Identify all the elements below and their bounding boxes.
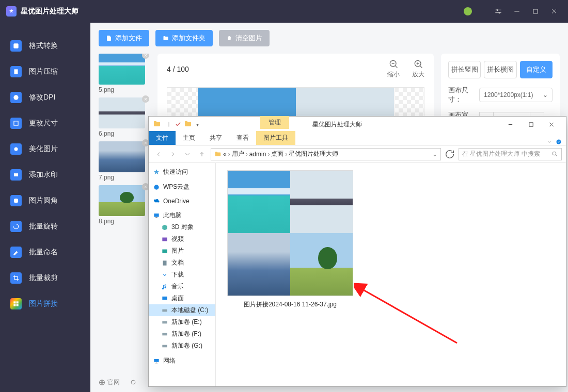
sidebar-label: 美化图片: [29, 144, 58, 154]
tree-videos[interactable]: 视频: [149, 233, 215, 245]
help-icon[interactable]: ?: [556, 139, 562, 145]
svg-rect-27: [162, 296, 167, 299]
sidebar-item-compress[interactable]: 图片压缩: [0, 59, 90, 85]
sidebar-item-format[interactable]: 格式转换: [0, 33, 90, 59]
sidebar-item-rotate[interactable]: 批量旋转: [0, 214, 90, 239]
svg-rect-10: [17, 301, 19, 303]
explorer-addressbar: «› 用户› admin› 桌面› 星优图片处理大师 ⌄ 在 星优图片处理大师 …: [149, 145, 566, 163]
thumbnail-item[interactable]: ×6.png: [99, 97, 150, 137]
tree-wps[interactable]: WPS云盘: [149, 181, 215, 193]
address-input[interactable]: «› 用户› admin› 桌面› 星优图片处理大师 ⌄: [211, 148, 441, 160]
menu-view[interactable]: 查看: [229, 131, 256, 145]
tree-quickaccess[interactable]: 快速访问: [149, 166, 215, 178]
svg-rect-23: [155, 217, 157, 217]
explorer-close[interactable]: [541, 117, 562, 132]
svg-rect-29: [162, 321, 167, 323]
sidebar-label: 批量命名: [29, 248, 58, 257]
explorer-tree: 快速访问 WPS云盘 OneDrive 此电脑 3D 对象 视频 图片 文档 下…: [149, 163, 216, 386]
menu-picture-tools[interactable]: 图片工具: [256, 131, 295, 145]
tree-drive-c[interactable]: 本地磁盘 (C:): [149, 304, 215, 316]
sidebar-label: 图片压缩: [29, 67, 58, 76]
tree-desktop[interactable]: 桌面: [149, 292, 215, 304]
explorer-files[interactable]: 图片拼接2024-08-16 11-26-37.jpg: [216, 163, 566, 386]
svg-point-6: [14, 148, 18, 151]
zoom-out-button[interactable]: 缩小: [387, 59, 400, 79]
tree-onedrive[interactable]: OneDrive: [149, 196, 215, 206]
file-thumbnail: [227, 170, 353, 296]
sidebar-item-dpi[interactable]: 修改DPI: [0, 85, 90, 110]
image-count: 4 / 100: [167, 65, 189, 73]
thumbnail-item[interactable]: ×8.png: [99, 185, 150, 225]
chevron-down-icon[interactable]: ⌄: [432, 151, 437, 158]
tree-drive-f[interactable]: 新加卷 (F:): [149, 328, 215, 340]
svg-point-4: [13, 95, 18, 100]
svg-rect-25: [162, 249, 167, 253]
sidebar-item-radius[interactable]: 图片圆角: [0, 188, 90, 214]
thumbnail-list: ×5.png ×6.png ×7.png ×8.png: [99, 54, 150, 365]
menu-home[interactable]: 主页: [176, 131, 202, 145]
nav-up[interactable]: [196, 149, 208, 160]
explorer-maximize[interactable]: [520, 117, 541, 132]
add-folder-button[interactable]: 添加文件夹: [155, 30, 213, 46]
zoom-in-button[interactable]: 放大: [412, 59, 424, 79]
user-avatar[interactable]: [464, 7, 472, 15]
svg-rect-28: [162, 309, 167, 312]
svg-rect-24: [162, 237, 167, 241]
clear-button[interactable]: 清空图片: [219, 30, 270, 46]
svg-rect-5: [14, 121, 18, 125]
explorer-menubar: 文件 主页 共享 查看 图片工具 ?: [149, 132, 566, 145]
tree-thispc[interactable]: 此电脑: [149, 209, 215, 221]
tree-music[interactable]: 音乐: [149, 281, 215, 292]
folder-icon: [214, 151, 222, 158]
nav-forward[interactable]: [167, 149, 179, 160]
thumbnail-item[interactable]: ×7.png: [99, 141, 150, 181]
refresh-button[interactable]: [444, 149, 455, 160]
tree-docs[interactable]: 文档: [149, 257, 215, 269]
menu-file[interactable]: 文件: [149, 131, 176, 145]
tab-custom[interactable]: 自定义: [520, 61, 553, 78]
close-button[interactable]: [546, 4, 562, 19]
minimize-button[interactable]: [509, 4, 525, 19]
sidebar-item-beautify[interactable]: 美化图片: [0, 136, 90, 162]
official-site-link[interactable]: 官网: [99, 378, 120, 387]
remove-thumb-icon[interactable]: ×: [142, 95, 149, 103]
chevron-down-icon: ⌄: [543, 91, 548, 99]
footer-icon[interactable]: [130, 378, 137, 387]
thumbnail-item[interactable]: ×5.png: [99, 54, 150, 93]
remove-thumb-icon[interactable]: ×: [142, 54, 149, 59]
settings-icon[interactable]: [491, 4, 506, 19]
sidebar-item-watermark[interactable]: 添加水印: [0, 162, 90, 188]
tree-images[interactable]: 图片: [149, 245, 215, 257]
explorer-titlebar[interactable]: ▾ 管理 星优图片处理大师: [149, 117, 566, 132]
sidebar-label: 图片拼接: [29, 299, 58, 308]
tree-downloads[interactable]: 下载: [149, 269, 215, 281]
tree-drive-e[interactable]: 新加卷 (E:): [149, 316, 215, 328]
sidebar-item-stitch[interactable]: 图片拼接: [0, 291, 90, 317]
sidebar-label: 批量旋转: [29, 222, 58, 231]
file-item[interactable]: 图片拼接2024-08-16 11-26-37.jpg: [223, 170, 357, 309]
tab-vertical[interactable]: 拼长竖图: [448, 61, 481, 78]
qat-overflow-icon[interactable]: ▾: [196, 122, 199, 127]
explorer-minimize[interactable]: [500, 117, 520, 132]
tree-drive-g[interactable]: 新加卷 (G:): [149, 340, 215, 352]
menu-share[interactable]: 共享: [202, 131, 229, 145]
search-input[interactable]: 在 星优图片处理大师 中搜索: [459, 148, 562, 160]
svg-rect-3: [13, 43, 18, 48]
nav-back[interactable]: [153, 149, 164, 160]
sidebar: 格式转换 图片压缩 修改DPI 更改尺寸 美化图片 添加水印 图片圆角 批量旋转…: [0, 23, 90, 392]
add-file-button[interactable]: 添加文件: [99, 30, 149, 46]
sidebar-item-rename[interactable]: 批量命名: [0, 239, 90, 265]
tree-3d[interactable]: 3D 对象: [149, 221, 215, 233]
canvas-size-select[interactable]: 1200*1200px(1:1)⌄: [479, 88, 553, 102]
sidebar-item-resize[interactable]: 更改尺寸: [0, 110, 90, 136]
qat-check-icon[interactable]: [175, 121, 182, 128]
nav-history[interactable]: [182, 149, 193, 160]
maximize-button[interactable]: [528, 4, 543, 19]
svg-point-20: [553, 152, 556, 155]
chevron-down-icon[interactable]: [546, 139, 553, 145]
sidebar-item-crop[interactable]: 批量裁剪: [0, 265, 90, 291]
svg-rect-2: [533, 9, 538, 13]
svg-rect-11: [13, 304, 15, 306]
tab-horizontal[interactable]: 拼长横图: [484, 61, 516, 78]
tree-network[interactable]: 网络: [149, 355, 215, 367]
